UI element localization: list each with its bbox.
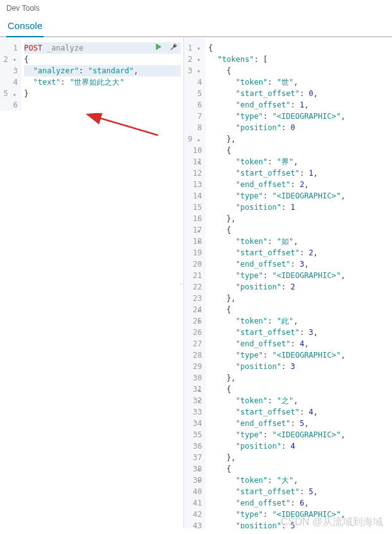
response-viewer[interactable]: 1 ▾2 ▾3 ▾456789 ▴10 ▾111213141516 ▴17 ▾1… <box>184 37 392 528</box>
request-body-line[interactable]: "analyzer": "standard", <box>24 65 181 76</box>
wrench-icon[interactable] <box>169 42 178 53</box>
response-line: "start_offset": 2, <box>208 247 389 258</box>
run-icon[interactable] <box>154 42 163 53</box>
response-line: { <box>208 304 389 315</box>
response-line: "token": "此", <box>208 315 389 327</box>
response-line: }, <box>208 213 389 224</box>
response-line: { <box>208 145 389 156</box>
response-line: "token": "界", <box>208 156 389 167</box>
annotation-arrow <box>82 113 164 138</box>
response-line: { <box>208 224 389 236</box>
response-line: "start_offset": 0, <box>208 88 389 99</box>
response-line: }, <box>208 133 389 145</box>
response-line: { <box>208 42 389 54</box>
response-line: }, <box>208 372 389 384</box>
response-line: "position": 3 <box>208 361 389 372</box>
response-line: "position": 0 <box>208 122 389 133</box>
request-gutter: 12 ▾345 ▴6 <box>0 37 21 111</box>
response-line: "position": 4 <box>208 440 389 452</box>
response-line: "start_offset": 4, <box>208 406 389 418</box>
request-body-line[interactable]: { <box>24 54 181 65</box>
response-line: "end_offset": 6, <box>208 497 389 509</box>
response-line: "end_offset": 3, <box>208 258 389 270</box>
response-line: "position": 1 <box>208 202 389 213</box>
tab-console[interactable]: Console <box>6 16 44 37</box>
response-line: { <box>208 463 389 475</box>
response-line: }, <box>208 452 389 463</box>
response-line: "type": "<IDEOGRAPHIC>", <box>208 429 389 440</box>
response-line: "token": "世", <box>208 76 389 88</box>
response-line: "type": "<IDEOGRAPHIC>", <box>208 190 389 202</box>
request-body-line[interactable]: } <box>24 88 181 99</box>
response-line: "token": "之", <box>208 395 389 406</box>
response-line: "end_offset": 4, <box>208 338 389 349</box>
response-line: "type": "<IDEOGRAPHIC>", <box>208 509 389 520</box>
response-line: "start_offset": 1, <box>208 167 389 179</box>
response-line: "start_offset": 3, <box>208 327 389 338</box>
response-line: "tokens": [ <box>208 54 389 65</box>
response-line: { <box>208 65 389 76</box>
response-line: "type": "<IDEOGRAPHIC>", <box>208 349 389 361</box>
svg-line-2 <box>87 114 158 135</box>
request-editor[interactable]: 12 ▾345 ▴6 POST _analyze{ "analyzer": "s… <box>0 37 184 528</box>
svg-marker-0 <box>156 44 162 51</box>
response-line: { <box>208 384 389 395</box>
response-line: "position": 2 <box>208 281 389 293</box>
response-line: "position": 5 <box>208 520 389 528</box>
response-line: "end_offset": 1, <box>208 99 389 111</box>
response-line: "end_offset": 2, <box>208 179 389 190</box>
response-line: "type": "<IDEOGRAPHIC>", <box>208 270 389 281</box>
response-gutter: 1 ▾2 ▾3 ▾456789 ▴10 ▾111213141516 ▴17 ▾1… <box>184 37 205 528</box>
response-line: }, <box>208 293 389 304</box>
response-line: "token": "大", <box>208 475 389 486</box>
request-body-line[interactable] <box>24 99 181 111</box>
request-body-line[interactable]: "text": "世界如此之大" <box>24 76 181 88</box>
response-line: "start_offset": 5, <box>208 486 389 497</box>
response-line: "end_offset": 5, <box>208 418 389 429</box>
page-title: Dev Tools <box>0 0 392 16</box>
response-line: "token": "如", <box>208 236 389 247</box>
response-line: "type": "<IDEOGRAPHIC>", <box>208 111 389 122</box>
tab-bar: Console <box>0 16 392 37</box>
